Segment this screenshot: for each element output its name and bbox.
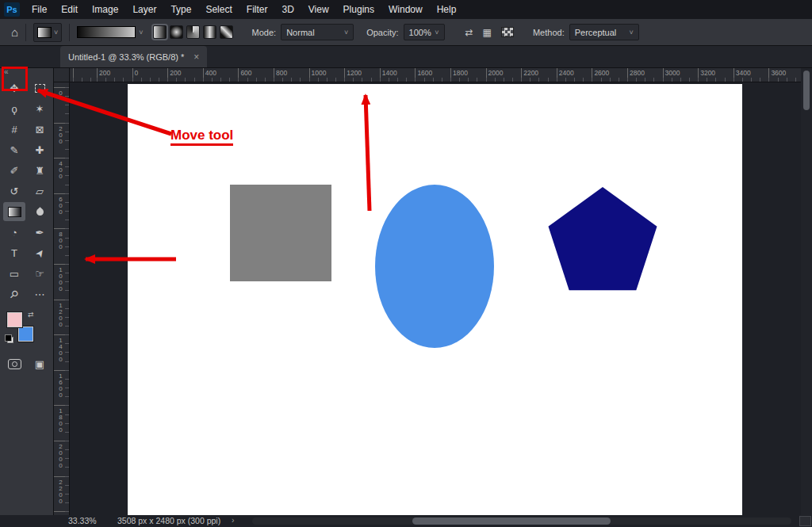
tool-preset-picker[interactable]: ˅ bbox=[33, 23, 62, 42]
h-ruler-label: 2800 bbox=[630, 69, 645, 77]
eyedropper-tool[interactable]: ✎ bbox=[3, 140, 25, 159]
canvas-shape-pentagon[interactable] bbox=[546, 185, 660, 299]
frame-tool[interactable]: ⊠ bbox=[29, 120, 51, 139]
path-selection-tool[interactable]: ➤ bbox=[29, 243, 51, 262]
gradient-preview-picker[interactable]: ˅ bbox=[77, 26, 143, 38]
method-dropdown[interactable]: Perceptual ˅ bbox=[569, 24, 639, 40]
screen-mode-button[interactable]: ▣ bbox=[35, 358, 44, 370]
zoom-tool[interactable]: ⚲ bbox=[3, 285, 25, 304]
vertical-scrollbar-thumb[interactable] bbox=[803, 71, 810, 110]
h-ruler-label: 2200 bbox=[523, 69, 538, 77]
clone-stamp-tool[interactable]: ♜ bbox=[29, 161, 51, 180]
quick-mask-button[interactable] bbox=[8, 359, 21, 369]
document-tab[interactable]: Untitled-1 @ 33.3% (RGB/8) * × bbox=[60, 46, 207, 67]
radial-gradient-button[interactable] bbox=[170, 25, 183, 39]
object-selection-tool[interactable]: ✶ bbox=[29, 99, 51, 118]
zoom-tool-icon: ⚲ bbox=[8, 288, 21, 300]
status-chevron-icon[interactable]: › bbox=[232, 515, 235, 525]
history-brush-tool[interactable]: ↺ bbox=[3, 181, 25, 200]
pen-tool[interactable]: ✒ bbox=[29, 223, 51, 242]
angle-gradient-button[interactable] bbox=[186, 25, 200, 39]
menu-item-select[interactable]: Select bbox=[198, 0, 239, 19]
v-ruler-label: 1400 bbox=[57, 337, 64, 362]
eraser-tool[interactable]: ▱ bbox=[29, 181, 51, 200]
background-color-swatch[interactable] bbox=[18, 327, 33, 342]
menu-item-window[interactable]: Window bbox=[381, 0, 430, 19]
options-bar: ⌂ ˅ ˅ Mode: Normal ˅ Opacity: 100% ˅ ⇄ ▦… bbox=[0, 19, 812, 46]
reflected-gradient-button[interactable] bbox=[203, 25, 216, 39]
v-ruler-label: 200 bbox=[57, 125, 64, 144]
mode-dropdown[interactable]: Normal ˅ bbox=[281, 24, 354, 40]
linear-gradient-button[interactable] bbox=[153, 25, 167, 39]
vertical-ruler[interactable]: 0200400600800100012001400160018002000220… bbox=[54, 82, 70, 515]
hand-tool[interactable]: ☞ bbox=[29, 264, 51, 283]
separator bbox=[69, 24, 70, 41]
gradient-tool[interactable] bbox=[3, 202, 25, 221]
horizontal-scrollbar[interactable] bbox=[252, 517, 791, 525]
menu-item-image[interactable]: Image bbox=[85, 0, 125, 19]
h-ruler-label: 2600 bbox=[594, 69, 609, 77]
menu-bar: Ps FileEditImageLayerTypeSelectFilter3DV… bbox=[0, 0, 812, 19]
h-ruler-label: 0 bbox=[135, 69, 139, 77]
opacity-dropdown[interactable]: 100% ˅ bbox=[404, 24, 445, 40]
swap-colors-icon[interactable]: ⇄ bbox=[28, 311, 34, 319]
canvas-shape-rectangle[interactable] bbox=[230, 185, 331, 281]
horizontal-ruler[interactable]: 2000200400600800100012001400160018002000… bbox=[70, 68, 801, 82]
resize-grip[interactable] bbox=[799, 516, 811, 526]
menu-item-type[interactable]: Type bbox=[163, 0, 198, 19]
brush-tool[interactable]: ✐ bbox=[3, 161, 25, 180]
dither-icon[interactable]: ▦ bbox=[483, 27, 492, 38]
h-ruler-label: 400 bbox=[205, 69, 216, 77]
edit-toolbar-button[interactable]: ⋯ bbox=[29, 285, 51, 304]
blur-tool-icon bbox=[35, 207, 45, 217]
collapse-panel-button[interactable]: « bbox=[0, 68, 53, 76]
zoom-level-field[interactable]: 33.33% bbox=[68, 516, 97, 525]
menu-item-3d[interactable]: 3D bbox=[274, 0, 301, 19]
rectangular-marquee-tool[interactable] bbox=[29, 78, 51, 97]
canvas-shape-ellipse[interactable] bbox=[375, 185, 494, 348]
menu-item-file[interactable]: File bbox=[25, 0, 54, 19]
menu-item-plugins[interactable]: Plugins bbox=[336, 0, 381, 19]
foreground-color-swatch[interactable] bbox=[7, 312, 22, 327]
h-ruler-label: 1200 bbox=[347, 69, 362, 77]
dodge-tool[interactable]: ◔ bbox=[3, 223, 25, 242]
dodge-tool-icon: ◔ bbox=[11, 227, 17, 238]
transparency-icon[interactable] bbox=[501, 27, 514, 37]
hand-tool-icon: ☞ bbox=[35, 269, 44, 279]
crop-tool[interactable]: # bbox=[3, 120, 25, 139]
reverse-icon[interactable]: ⇄ bbox=[465, 27, 473, 38]
menu-item-view[interactable]: View bbox=[301, 0, 336, 19]
blur-tool[interactable] bbox=[29, 202, 51, 221]
menu-item-filter[interactable]: Filter bbox=[239, 0, 275, 19]
move-tool[interactable]: ✥ bbox=[3, 78, 25, 97]
diamond-gradient-button[interactable] bbox=[220, 25, 233, 39]
h-ruler-label: 1800 bbox=[453, 69, 468, 77]
home-icon[interactable]: ⌂ bbox=[11, 25, 18, 39]
ruler-origin-corner[interactable] bbox=[54, 68, 70, 82]
h-ruler-label: 3400 bbox=[736, 69, 751, 77]
menu-item-help[interactable]: Help bbox=[430, 0, 464, 19]
close-tab-icon[interactable]: × bbox=[193, 52, 199, 63]
type-tool[interactable]: T bbox=[3, 243, 25, 262]
spot-healing-brush-tool-icon: ✚ bbox=[36, 145, 44, 155]
rectangular-marquee-tool-icon bbox=[35, 84, 45, 93]
path-selection-tool-icon: ➤ bbox=[33, 246, 47, 259]
document-canvas[interactable] bbox=[128, 84, 742, 515]
menu-item-edit[interactable]: Edit bbox=[54, 0, 85, 19]
menu-item-layer[interactable]: Layer bbox=[125, 0, 163, 19]
lasso-tool[interactable]: ϙ bbox=[3, 99, 25, 118]
rectangle-tool[interactable]: ▭ bbox=[3, 264, 25, 283]
horizontal-scrollbar-thumb[interactable] bbox=[412, 517, 611, 525]
pen-tool-icon: ✒ bbox=[36, 227, 44, 238]
v-ruler-label: 1600 bbox=[57, 372, 64, 398]
chevron-down-icon: ˅ bbox=[54, 29, 58, 36]
vertical-scrollbar[interactable] bbox=[801, 68, 812, 515]
chevron-down-icon: ˅ bbox=[344, 29, 348, 36]
default-colors-icon[interactable] bbox=[7, 337, 13, 343]
opacity-value: 100% bbox=[409, 28, 431, 37]
tools-panel: « ✥ϙ✶#⊠✎✚✐♜↺▱◔✒T➤▭☞⚲⋯ ⇄ ▣ bbox=[0, 68, 54, 515]
document-info: 3508 px x 2480 px (300 ppi) bbox=[117, 516, 220, 525]
spot-healing-brush-tool[interactable]: ✚ bbox=[29, 140, 51, 159]
method-value: Perceptual bbox=[575, 28, 617, 37]
gradient-tool-icon bbox=[8, 207, 21, 217]
